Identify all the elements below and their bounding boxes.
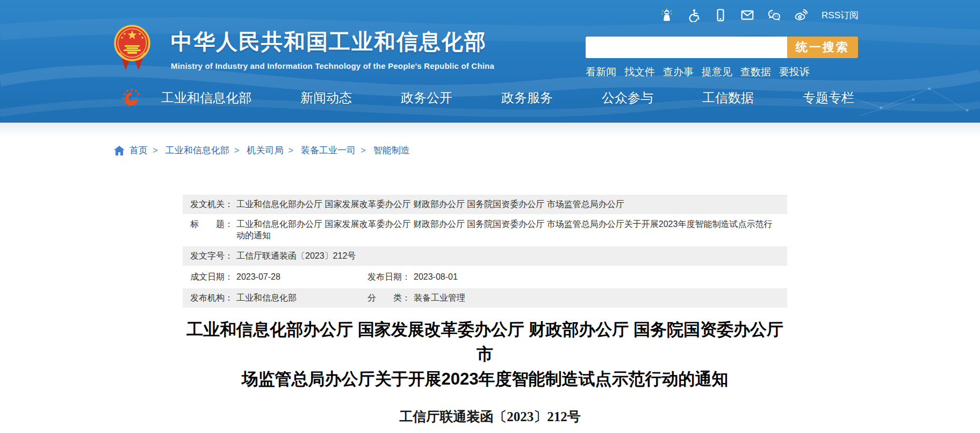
nav-item[interactable]: 公众参与 bbox=[602, 89, 653, 107]
document-number: 工信厅联通装函〔2023〕212号 bbox=[0, 408, 980, 425]
search-bar: 统一搜索 bbox=[586, 37, 858, 58]
unified-search-button[interactable]: 统一搜索 bbox=[787, 37, 858, 58]
meta-label: 标 题： bbox=[190, 219, 233, 230]
meta-label: 发布日期： bbox=[367, 272, 410, 283]
breadcrumb-link[interactable]: 智能制造 bbox=[373, 144, 410, 157]
doc-meta-cell: 发布日期：2023-08-01 bbox=[367, 272, 780, 283]
nav-item[interactable]: 政务服务 bbox=[501, 89, 553, 107]
doc-meta-cell: 分 类：装备工业管理 bbox=[367, 293, 780, 304]
breadcrumb-link[interactable]: 首页 bbox=[129, 144, 148, 157]
meta-value: 工业和信息化部办公厅 国家发展改革委办公厅 财政部办公厅 国务院国资委办公厅 市… bbox=[236, 199, 624, 210]
breadcrumb: 首页> 工业和信息化部> 机关司局> 装备工业一司> 智能制造> bbox=[114, 144, 410, 157]
rss-subscribe-link[interactable]: RSS订阅 bbox=[822, 9, 859, 22]
breadcrumb-items: 首页> 工业和信息化部> 机关司局> 装备工业一司> 智能制造> bbox=[129, 144, 410, 157]
article-title-line: 工业和信息化部办公厅 国家发展改革委办公厅 财政部办公厅 国务院国资委办公厅 市 bbox=[183, 317, 787, 367]
quick-link[interactable]: 查数据 bbox=[740, 65, 771, 79]
header-divider bbox=[0, 123, 980, 137]
meta-label: 发文机关： bbox=[190, 199, 233, 210]
doc-meta-row: 成文日期：2023-07-28发布日期：2023-08-01 bbox=[183, 267, 787, 287]
doc-meta-cell: 成文日期：2023-07-28 bbox=[190, 272, 367, 283]
nav-item[interactable]: 政务公开 bbox=[401, 89, 452, 107]
meta-label: 分 类： bbox=[367, 293, 410, 304]
home-icon[interactable] bbox=[114, 146, 125, 155]
doc-meta-table: 发文机关：工业和信息化部办公厅 国家发展改革委办公厅 财政部办公厅 国务院国资委… bbox=[183, 195, 787, 309]
breadcrumb-item: 装备工业一司> bbox=[301, 144, 371, 157]
masthead: 中华人民共和国工业和信息化部 Ministry of Industry and … bbox=[171, 27, 494, 70]
meta-value: 装备工业管理 bbox=[414, 293, 465, 304]
quick-link[interactable]: 看新闻 bbox=[586, 65, 616, 79]
meta-value: 工业和信息化部 bbox=[236, 293, 297, 304]
doc-meta-row: 发布机构：工业和信息化部分 类：装备工业管理 bbox=[183, 288, 787, 308]
accessibility-icon[interactable] bbox=[686, 8, 701, 23]
mobile-icon[interactable] bbox=[713, 8, 728, 23]
breadcrumb-separator: > bbox=[234, 145, 240, 156]
nav-item[interactable]: 工业和信息化部 bbox=[161, 89, 251, 107]
doc-meta-cell: 发文机关：工业和信息化部办公厅 国家发展改革委办公厅 财政部办公厅 国务院国资委… bbox=[190, 199, 780, 210]
quick-link[interactable]: 查办事 bbox=[663, 65, 694, 79]
doc-meta-row: 发文字号：工信厅联通装函〔2023〕212号 bbox=[183, 246, 787, 266]
meta-label: 发布机构： bbox=[190, 293, 233, 304]
doc-meta-row: 标 题：工业和信息化部办公厅 国家发展改革委办公厅 财政部办公厅 国务院国资委办… bbox=[183, 216, 787, 245]
breadcrumb-separator: > bbox=[288, 145, 293, 156]
article-title-line: 场监管总局办公厅关于开展2023年度智能制造试点示范行动的通知 bbox=[183, 367, 787, 392]
quick-link[interactable]: 找文件 bbox=[624, 65, 655, 79]
search-input[interactable] bbox=[586, 37, 787, 58]
nav-items: 工业和信息化部 新闻动态 政务公开 政务服务 公众参与 工信数据 专题专栏 bbox=[161, 89, 854, 107]
breadcrumb-item: 工业和信息化部> bbox=[165, 144, 244, 157]
meta-value: 工信厅联通装函〔2023〕212号 bbox=[236, 251, 356, 262]
breadcrumb-item: 机关司局> bbox=[247, 144, 298, 157]
meta-value: 2023-07-28 bbox=[236, 272, 280, 282]
nav-item[interactable]: 工信数据 bbox=[702, 89, 754, 107]
main-nav: 工业和信息化部 新闻动态 政务公开 政务服务 公众参与 工信数据 专题专栏 bbox=[0, 85, 980, 113]
meta-label: 成文日期： bbox=[190, 272, 233, 283]
breadcrumb-link[interactable]: 工业和信息化部 bbox=[165, 144, 229, 157]
article-title: 工业和信息化部办公厅 国家发展改革委办公厅 财政部办公厅 国务院国资委办公厅 市… bbox=[183, 317, 787, 392]
mascot-icon[interactable] bbox=[659, 8, 674, 23]
nav-item[interactable]: 新闻动态 bbox=[300, 89, 352, 107]
meta-value: 2023-08-01 bbox=[414, 272, 458, 282]
doc-meta-cell: 发文字号：工信厅联通装函〔2023〕212号 bbox=[190, 251, 780, 262]
topbar: RSS订阅 bbox=[659, 8, 859, 23]
miit-e-logo-icon bbox=[119, 86, 144, 111]
doc-meta-cell: 标 题：工业和信息化部办公厅 国家发展改革委办公厅 财政部办公厅 国务院国资委办… bbox=[190, 219, 780, 242]
breadcrumb-separator: > bbox=[153, 145, 158, 156]
mail-icon[interactable] bbox=[740, 8, 755, 23]
site-header: RSS订阅 中华人民共和国工业和信息化部 Ministry of Indus bbox=[0, 0, 980, 123]
page: RSS订阅 中华人民共和国工业和信息化部 Ministry of Indus bbox=[0, 0, 980, 433]
wechat-icon[interactable] bbox=[767, 8, 782, 23]
breadcrumb-link[interactable]: 机关司局 bbox=[247, 144, 283, 157]
meta-value: 工业和信息化部办公厅 国家发展改革委办公厅 财政部办公厅 国务院国资委办公厅 市… bbox=[236, 219, 780, 242]
quick-link[interactable]: 要投诉 bbox=[779, 65, 810, 79]
site-title: 中华人民共和国工业和信息化部 bbox=[171, 27, 494, 56]
breadcrumb-item: 首页> bbox=[129, 144, 163, 157]
breadcrumb-link[interactable]: 装备工业一司 bbox=[301, 144, 356, 157]
meta-label: 发文字号： bbox=[190, 251, 233, 262]
weibo-icon[interactable] bbox=[794, 8, 809, 23]
breadcrumb-separator: > bbox=[361, 145, 366, 156]
breadcrumb-item: 智能制造> bbox=[373, 144, 410, 157]
quick-links: 看新闻 找文件 查办事 提意见 查数据 要投诉 bbox=[586, 65, 810, 79]
nav-item[interactable]: 专题专栏 bbox=[803, 89, 854, 107]
doc-meta-row: 发文机关：工业和信息化部办公厅 国家发展改革委办公厅 财政部办公厅 国务院国资委… bbox=[183, 195, 787, 214]
quick-link[interactable]: 提意见 bbox=[702, 65, 732, 79]
doc-meta-cell: 发布机构：工业和信息化部 bbox=[190, 293, 367, 304]
site-subtitle: Ministry of Industry and Information Tec… bbox=[171, 61, 494, 70]
national-emblem bbox=[114, 25, 150, 71]
